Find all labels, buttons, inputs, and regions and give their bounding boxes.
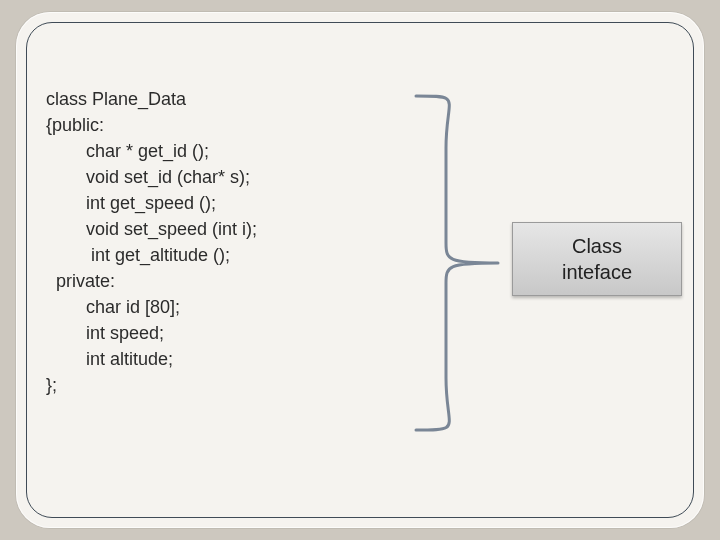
right-brace-icon [386, 88, 506, 438]
code-line: char * get_id (); [46, 141, 209, 161]
slide-stage: class Plane_Data {public: char * get_id … [16, 12, 704, 528]
code-line: int get_altitude (); [46, 245, 230, 265]
code-line: char id [80]; [46, 297, 180, 317]
code-line: class Plane_Data [46, 89, 186, 109]
code-line: private: [46, 271, 115, 291]
code-line: {public: [46, 115, 104, 135]
code-line: int speed; [46, 323, 164, 343]
slide-card: class Plane_Data {public: char * get_id … [16, 12, 704, 528]
code-line: void set_id (char* s); [46, 167, 250, 187]
code-line: int get_speed (); [46, 193, 216, 213]
label-line: Class [572, 235, 622, 257]
interface-label-box: Class inteface [512, 222, 682, 296]
code-block: class Plane_Data {public: char * get_id … [46, 86, 416, 398]
label-line: inteface [562, 261, 632, 283]
code-line: int altitude; [46, 349, 173, 369]
code-line: }; [46, 375, 57, 395]
code-line: void set_speed (int i); [46, 219, 257, 239]
interface-label-text: Class inteface [562, 233, 632, 285]
